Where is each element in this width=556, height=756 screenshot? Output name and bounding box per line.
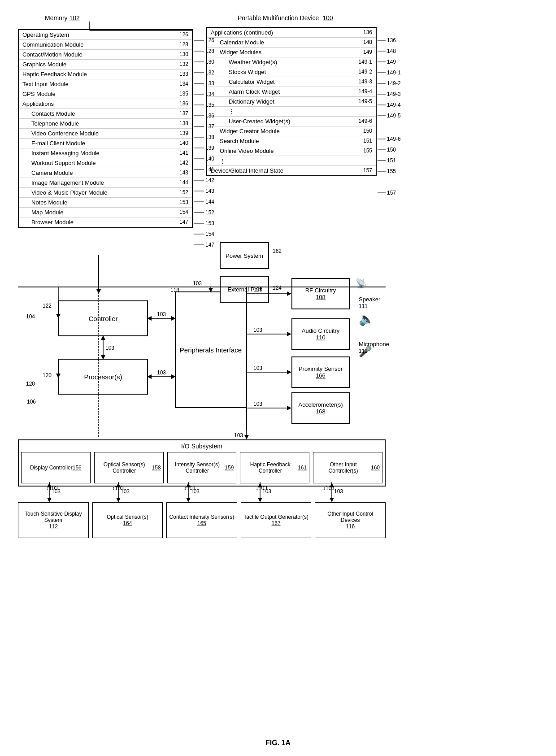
memory-item-image-mgmt: Image Management Module 144 [19, 178, 192, 188]
processor-box: Processor(s) [58, 359, 148, 395]
memory-item-camera: Camera Module 143 [19, 168, 192, 178]
microphone-ref: 113 [359, 348, 368, 354]
power-ref: 162 [273, 248, 282, 254]
svg-text:155: 155 [387, 168, 396, 174]
memory-item-telephone: Telephone Module 138 [19, 119, 192, 129]
power-box: Power System [220, 242, 269, 269]
microphone-label: Microphone [359, 341, 389, 348]
pmd-item-widget-creator: Widget Creator Module 150 [207, 126, 376, 136]
pmd-item-weather: Weather Widget(s) 149-1 [207, 57, 376, 67]
svg-text:149-2: 149-2 [387, 80, 401, 87]
svg-text:106: 106 [27, 399, 36, 405]
memory-item-notes: Notes Module 153 [19, 198, 192, 208]
pmd-item-online-video: Online Video Module 155 [207, 146, 376, 156]
io-display-controller: Display Controller 156 [21, 452, 91, 483]
svg-text:103: 103 [234, 432, 243, 439]
antenna-icon: 📡 [356, 278, 367, 289]
svg-text:103: 103 [193, 280, 202, 287]
svg-marker-108 [244, 435, 249, 439]
memory-box: Operating System 126 Communication Modul… [18, 29, 193, 228]
pmd-item-dots2: ⋮ [207, 156, 376, 166]
speaker-ref: 111 [359, 303, 368, 309]
speaker-icon: 🔈 [359, 312, 374, 326]
controller-ref: 122 [43, 303, 52, 309]
svg-text:104: 104 [26, 313, 35, 320]
svg-text:153: 153 [205, 220, 214, 226]
memory-item-video-conf: Video Conference Module 139 [19, 129, 192, 139]
io-optical-controller: Optical Sensor(s) Controller 158 [94, 452, 164, 483]
pmd-item-calculator: Calculator Widget 149-3 [207, 77, 376, 87]
svg-text:103: 103 [334, 488, 343, 495]
bottom-tactile-output: Tactile Output Generator(s) 167 [241, 502, 312, 538]
pmd-item-alarm: Alarm Clock Widget 149-4 [207, 87, 376, 97]
memory-item-email: E-mail Client Module 140 [19, 139, 192, 148]
svg-text:148: 148 [387, 48, 396, 54]
processor-ref: 120 [43, 372, 52, 378]
svg-text:103: 103 [157, 369, 166, 376]
svg-text:120: 120 [26, 381, 35, 387]
io-intensity-controller: Intensity Sensor(s) Controller 159 [167, 452, 237, 483]
bus-label-2: ↕103 [112, 485, 124, 491]
memory-item-messaging: Instant Messaging Module 141 [19, 148, 192, 158]
svg-text:149-3: 149-3 [387, 91, 401, 97]
bus-label-5: ↓103 [323, 485, 334, 491]
memory-item-os: Operating System 126 [19, 30, 192, 40]
rf-box: RF Circuitry 108 [291, 278, 350, 309]
controller-box: Controller [58, 300, 148, 336]
svg-text:144: 144 [205, 199, 214, 205]
bus-label-3: ↕103 [184, 485, 195, 491]
svg-text:149-6: 149-6 [387, 136, 401, 142]
svg-text:149-5: 149-5 [387, 113, 401, 119]
memory-item-contacts: Contacts Module 137 [19, 109, 192, 119]
io-haptic-controller: Haptic Feedback Controller 161 [240, 452, 309, 483]
pmd-item-search: Search Module 151 [207, 136, 376, 146]
svg-text:147: 147 [205, 242, 214, 248]
svg-marker-70 [96, 289, 101, 294]
bus-label-1: ↓103 [46, 485, 58, 491]
svg-marker-98 [287, 332, 291, 336]
svg-marker-101 [287, 370, 291, 374]
pmd-item-dots1: ⋮ [207, 107, 376, 117]
pmd-item-stocks: Stocks Widget 149-2 [207, 67, 376, 77]
diagram-container: Memory 102 Operating System 126 Communic… [0, 0, 556, 756]
svg-text:149-4: 149-4 [387, 102, 401, 108]
svg-text:149: 149 [387, 59, 396, 65]
svg-text:151: 151 [387, 157, 396, 164]
peripherals-ref-118: 118 [170, 287, 179, 293]
external-port-box: External Port [220, 276, 269, 303]
pmd-box: Applications (continued) 136 Calendar Mo… [206, 27, 377, 176]
speaker-label: Speaker [359, 296, 380, 303]
bottom-optical-sensor: Optical Sensor(s) 164 [92, 502, 163, 538]
proximity-box: Proximity Sensor 166 [291, 356, 350, 388]
memory-label: Memory 102 [45, 14, 80, 22]
bus-label-4: ↓103 [256, 485, 267, 491]
pmd-item-user-widgets: User-Created Widget(s) 149-6 [207, 117, 376, 126]
pmd-item-dictionary: Dictionary Widget 149-5 [207, 97, 376, 107]
io-other-controller: Other Input Controller(s) 160 [313, 452, 382, 483]
bottom-contact-intensity: Contact Intensity Sensor(s) 165 [166, 502, 237, 538]
svg-text:103: 103 [253, 327, 262, 333]
memory-item-applications: Applications 136 [19, 99, 192, 109]
svg-text:154: 154 [205, 231, 214, 237]
svg-marker-113 [47, 498, 52, 502]
io-subsystem-title: I/O Subsystem [21, 443, 382, 450]
svg-text:103: 103 [253, 401, 262, 407]
pmd-item-calendar: Calendar Module 148 [207, 38, 376, 48]
audio-box: Audio Circuitry 110 [291, 318, 350, 350]
memory-item-gps: GPS Module 135 [19, 89, 192, 99]
memory-item-video-music: Video & Music Player Module 152 [19, 188, 192, 198]
svg-text:143: 143 [205, 188, 214, 194]
svg-text:103: 103 [253, 365, 262, 371]
svg-marker-125 [258, 498, 262, 502]
memory-item-graphics: Graphics Module 132 [19, 60, 192, 70]
figure-label: FIG. 1A [265, 739, 291, 747]
io-subsystem-box: I/O Subsystem Display Controller 156 Opt… [18, 439, 386, 487]
pmd-item-apps-cont: Applications (continued) 136 [207, 28, 376, 38]
svg-text:150: 150 [387, 147, 396, 153]
memory-item-map: Map Module 154 [19, 208, 192, 217]
svg-marker-117 [116, 498, 121, 502]
memory-item-contact: Contact/Motion Module 130 [19, 50, 192, 60]
external-port-ref: 124 [273, 285, 282, 291]
memory-item-browser: Browser Module 147 [19, 217, 192, 227]
svg-text:152: 152 [205, 209, 214, 216]
